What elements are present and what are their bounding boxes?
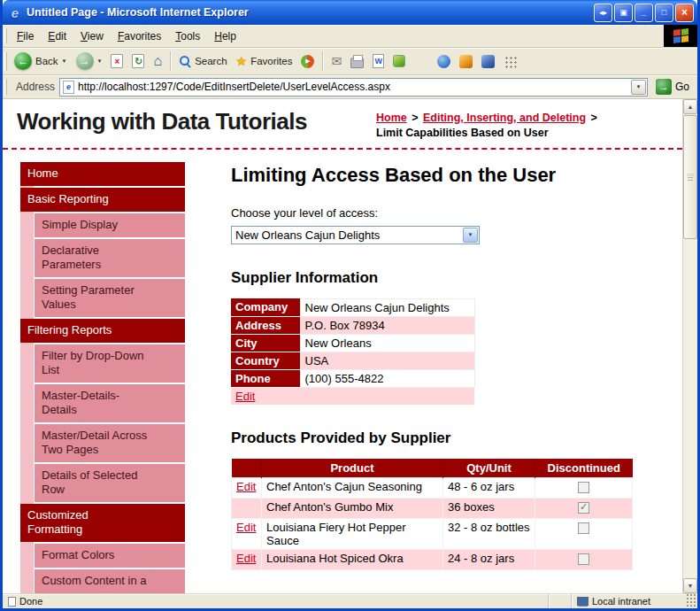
maximize-button[interactable]: □ xyxy=(655,4,673,22)
edit-with-word-button[interactable]: W xyxy=(368,52,388,70)
product-edit-link[interactable]: Edit xyxy=(236,480,256,493)
product-edit-link[interactable]: Edit xyxy=(236,552,256,565)
product-cell: Chef Anton's Cajun Seasoning xyxy=(262,477,443,498)
breadcrumb-current: Limit Capabilities Based on User xyxy=(376,127,549,139)
refresh-button[interactable]: ↻ xyxy=(127,52,149,70)
media-button[interactable]: ▶ xyxy=(296,53,319,70)
go-button[interactable]: → Go xyxy=(652,78,693,96)
menu-item-help[interactable]: Help xyxy=(207,27,243,46)
sidebar-item-format-colors[interactable]: Format Colors xyxy=(35,544,185,568)
menu-item-edit[interactable]: Edit xyxy=(41,27,73,46)
chevron-down-icon: ▼ xyxy=(62,58,67,64)
supplier-field-label: Address xyxy=(231,316,300,334)
favorites-button[interactable]: ★ Favorites xyxy=(232,53,297,69)
sidebar-item-customized-formatting[interactable]: Customized Formatting xyxy=(20,504,185,542)
supplier-field-value: (100) 555-4822 xyxy=(300,369,474,387)
home-button[interactable]: ⌂ xyxy=(149,52,166,70)
menu-item-view[interactable]: View xyxy=(73,27,111,46)
browser-window: e Untitled Page - Microsoft Internet Exp… xyxy=(0,0,700,611)
mail-button[interactable]: ✉ xyxy=(327,53,346,69)
sidebar-item-simple-display[interactable]: Simple Display xyxy=(35,213,185,237)
print-button[interactable] xyxy=(346,53,368,70)
sidebar-item-basic-reporting[interactable]: Basic Reporting xyxy=(20,188,185,212)
grid-tool-icon xyxy=(504,55,517,68)
qty-cell: 24 - 8 oz jars xyxy=(443,549,535,569)
sidebar-item-home[interactable]: Home xyxy=(20,162,185,186)
menu-item-tools[interactable]: Tools xyxy=(168,27,207,46)
messenger-icon xyxy=(393,55,405,67)
screen-toggle-button[interactable]: ◂▸ xyxy=(594,4,612,22)
mail-icon: ✉ xyxy=(331,55,342,67)
sidebar-item-setting-parameter-values[interactable]: Setting Parameter Values xyxy=(35,279,185,317)
back-button[interactable]: ← Back ▼ xyxy=(10,50,72,72)
web-tool-button-4[interactable] xyxy=(499,53,521,70)
web-tool-button-2[interactable] xyxy=(455,53,477,70)
sidebar-item-details-of-selected-row[interactable]: Details of Selected Row xyxy=(35,464,185,502)
site-title: Working with Data Tutorials xyxy=(17,108,307,141)
sidebar-item-master-details-details[interactable]: Master-Details-Details xyxy=(35,384,185,422)
supplier-heading: Supplier Information xyxy=(231,269,673,287)
forward-icon: → xyxy=(76,52,94,70)
toolbar: ← Back ▼ → ▼ × ↻ ⌂ Search ★ Favorites ▶ xyxy=(3,48,697,75)
browser-viewport: Working with Data Tutorials Home > Editi… xyxy=(3,99,697,593)
discontinued-checkbox[interactable] xyxy=(578,502,589,514)
sidebar-item-custom-content[interactable]: Custom Content in a xyxy=(35,569,185,593)
discontinued-checkbox[interactable] xyxy=(578,522,589,534)
web-page: Working with Data Tutorials Home > Editi… xyxy=(3,99,682,593)
page-icon: e xyxy=(63,81,74,94)
supplier-field-value: New Orleans xyxy=(300,334,474,352)
menubar-grip[interactable] xyxy=(4,28,7,44)
access-level-select[interactable]: New Orleans Cajun Delights ▼ xyxy=(231,226,480,244)
web-tool-button-3[interactable] xyxy=(477,53,499,70)
table-row: Company New Orleans Cajun Delights xyxy=(231,298,474,316)
media-icon: ▶ xyxy=(301,55,314,68)
sidebar-item-master-detail-two-pages[interactable]: Master/Detail Across Two Pages xyxy=(35,424,185,462)
discontinued-cell xyxy=(535,518,633,549)
scroll-up-button[interactable]: ▲ xyxy=(683,99,697,114)
scrollbar-thumb[interactable] xyxy=(683,115,697,239)
addressbar-grip[interactable] xyxy=(4,79,7,95)
vertical-scrollbar[interactable]: ▲ ▼ xyxy=(682,99,697,593)
products-heading: Products Provided by Supplier xyxy=(231,429,673,447)
table-row: Country USA xyxy=(231,352,474,369)
chevron-down-icon[interactable]: ▼ xyxy=(463,228,478,243)
messenger-button[interactable] xyxy=(388,53,410,69)
go-label: Go xyxy=(675,81,689,93)
qty-cell: 48 - 6 oz jars xyxy=(443,477,535,498)
web-tool-button-1[interactable] xyxy=(433,53,455,70)
scroll-down-button[interactable]: ▼ xyxy=(683,578,697,593)
supplier-field-value: New Orleans Cajun Delights xyxy=(300,298,474,316)
word-edit-icon: W xyxy=(373,54,384,68)
menu-item-file[interactable]: File xyxy=(10,27,41,46)
toolbar-grip[interactable] xyxy=(4,52,7,71)
refresh-icon: ↻ xyxy=(132,54,144,68)
discontinued-checkbox[interactable] xyxy=(578,482,589,493)
sidebar-item-declarative-parameters[interactable]: Declarative Parameters xyxy=(35,239,185,277)
sidebar-nav: Home Basic Reporting Simple Display Decl… xyxy=(3,162,185,593)
resize-grip[interactable] xyxy=(685,594,697,608)
product-edit-link[interactable]: Edit xyxy=(236,521,256,534)
close-button[interactable]: × xyxy=(675,4,694,22)
address-input[interactable]: e http://localhost:1297/Code/EditInsertD… xyxy=(59,78,648,97)
breadcrumb-separator: > xyxy=(589,112,599,124)
supplier-field-label: Phone xyxy=(231,369,300,387)
screen-button[interactable]: ▣ xyxy=(614,4,633,22)
breadcrumb-link-editing[interactable]: Editing, Inserting, and Deleting xyxy=(423,112,586,124)
table-row: Chef Anton's Gumbo Mix 36 boxes xyxy=(232,498,633,518)
qty-cell: 36 boxes xyxy=(443,498,535,518)
local-intranet-icon xyxy=(577,597,588,606)
forward-button[interactable]: → ▼ xyxy=(72,50,107,72)
minimize-button[interactable]: _ xyxy=(635,4,653,22)
discontinued-checkbox[interactable] xyxy=(578,553,589,565)
column-header-discontinued: Discontinued xyxy=(535,459,633,478)
search-button[interactable]: Search xyxy=(174,53,231,69)
sidebar-item-filtering-reports[interactable]: Filtering Reports xyxy=(20,319,185,343)
sidebar-item-filter-by-dropdown-list[interactable]: Filter by Drop-Down List xyxy=(35,344,185,383)
supplier-edit-link[interactable]: Edit xyxy=(235,390,255,403)
stop-button[interactable]: × xyxy=(106,52,127,70)
breadcrumb-link-home[interactable]: Home xyxy=(376,112,407,124)
breadcrumb-separator: > xyxy=(410,112,419,124)
address-dropdown-button[interactable]: ▼ xyxy=(631,80,646,95)
menu-item-favorites[interactable]: Favorites xyxy=(111,27,168,46)
supplier-field-label: City xyxy=(231,334,300,352)
